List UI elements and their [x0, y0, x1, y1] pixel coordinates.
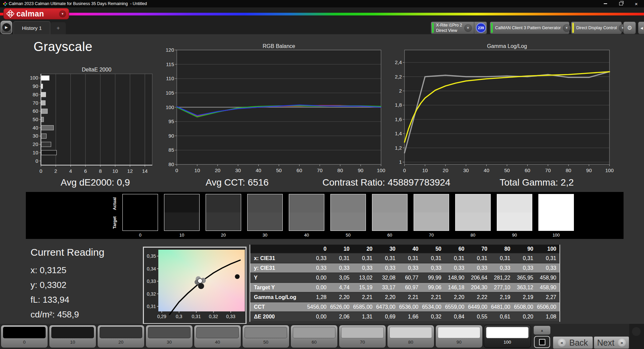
table-cell: 13,02 [353, 273, 376, 282]
table-cell: 4,74 [330, 283, 353, 292]
svg-text:0,34: 0,34 [147, 266, 156, 271]
patch-button-50[interactable]: 50 [242, 325, 289, 348]
table-row: Gamma Log/Log1,282,202,212,202,212,212,2… [250, 293, 559, 302]
strip-swatch-label: 90 [512, 233, 517, 238]
cie-chromaticity-chart: 0,350,340,330,320,310,290,30,310,320,33 [143, 247, 247, 324]
actual-half [455, 194, 490, 212]
restore-button[interactable] [613, 0, 629, 7]
layout-expander-button[interactable]: ▶ [1, 21, 12, 34]
patch-button-0[interactable]: 0 [1, 325, 48, 348]
svg-text:0: 0 [40, 168, 42, 174]
display-control-label: Direct Display Control [576, 25, 617, 31]
close-button[interactable]: × [629, 0, 644, 7]
target-half [164, 212, 199, 231]
svg-text:1: 1 [399, 159, 402, 165]
table-row: y: CIE310,330,330,330,330,330,330,330,33… [250, 263, 559, 273]
table-cell: 6473,00 [376, 302, 399, 311]
svg-text:0: 0 [36, 158, 38, 164]
patch-button-100[interactable]: 100 [484, 325, 531, 348]
svg-text:1,4: 1,4 [395, 131, 402, 136]
svg-text:0,35: 0,35 [147, 253, 156, 259]
strip-swatch-label: 80 [471, 233, 475, 238]
table-cell: 0,20 [514, 312, 537, 321]
table-row-label: x: CIE31 [250, 254, 307, 263]
patch-button-60[interactable]: 60 [290, 325, 338, 348]
patch-label: 100 [503, 340, 511, 345]
window-level-button[interactable] [534, 336, 550, 348]
table-cell: 0,33 [353, 263, 376, 272]
add-tab-button[interactable]: + [51, 22, 66, 34]
meter-chevron-down-icon[interactable]: ▼ [464, 24, 472, 32]
target-half [123, 212, 158, 231]
patch-button-90[interactable]: 90 [435, 325, 483, 348]
patch-button-10[interactable]: 10 [49, 325, 96, 348]
table-cell: 0,33 [307, 254, 330, 263]
meter-count-badge[interactable]: 239 [476, 23, 486, 33]
patch-button-20[interactable]: 20 [97, 325, 145, 348]
calman-menu-button[interactable]: calman ▼ [3, 8, 69, 19]
display-control-dropdown[interactable]: Direct Display Control ▼ [571, 21, 622, 34]
table-header-cell: 0 [307, 245, 330, 253]
target-half [539, 212, 574, 231]
divider [474, 22, 474, 34]
reading-fl: fL: 133,94 [31, 295, 69, 305]
minimize-button[interactable] [598, 0, 613, 7]
back-button[interactable]: « Back [553, 336, 593, 349]
table-row: Target Y0,004,7415,1933,1760,9799,06146,… [250, 283, 559, 293]
target-half [206, 212, 241, 231]
settings-button[interactable]: ⚙ [623, 21, 636, 34]
generator-chevron-down-icon[interactable]: ▼ [563, 24, 571, 32]
inactive-button-icon [632, 327, 641, 336]
table-row: x: CIE310,330,310,310,310,310,310,310,31… [250, 254, 559, 263]
table-header-cell: 40 [398, 245, 422, 253]
table-cell: 6449,00 [468, 302, 491, 311]
reading-x: x: 0,3125 [31, 265, 66, 276]
patch-button-40[interactable]: 40 [194, 325, 241, 348]
target-half [455, 212, 490, 231]
svg-text:70: 70 [33, 100, 38, 106]
next-label: Next [597, 338, 614, 348]
table-cell: 0,00 [307, 312, 330, 321]
next-button[interactable]: Next » [594, 336, 629, 349]
actual-half [248, 194, 282, 212]
patch-button-80[interactable]: 80 [387, 325, 434, 348]
strip-swatch-label: 70 [429, 233, 434, 238]
calman-chevron-down-icon[interactable]: ▼ [59, 10, 66, 17]
svg-text:0: 0 [403, 167, 406, 173]
patch-label: 20 [118, 340, 123, 345]
window-title: Calman 2023 Calman Ultimate for Business… [9, 1, 147, 6]
svg-text:40: 40 [484, 167, 489, 173]
svg-text:1,8: 1,8 [395, 102, 402, 108]
patch-button-70[interactable]: 70 [339, 325, 386, 348]
patch-button-30[interactable]: 30 [146, 325, 193, 348]
svg-text:20: 20 [215, 167, 220, 173]
svg-text:10: 10 [33, 150, 38, 155]
patch-bar-expand-button[interactable]: ▲ [533, 326, 551, 335]
meter-dropdown[interactable]: X-Rite i1Pro 2 Direct View ▼ 239 [431, 21, 487, 34]
table-cell: 458,90 [536, 283, 559, 292]
table-cell: 0,00 [307, 283, 330, 292]
actual-half [497, 194, 532, 212]
tab-history-1[interactable]: History 1 [13, 21, 50, 34]
target-half [497, 212, 532, 231]
svg-text:80: 80 [337, 167, 343, 173]
rgb-balance-chart: 1201151101051009590858001020304050607080… [165, 44, 389, 176]
strip-swatch-100: 100 [538, 194, 574, 238]
table-cell: 363,12 [514, 283, 537, 292]
table-cell: 0,00 [307, 273, 330, 282]
collapse-toolbar-button[interactable]: ◀ [638, 21, 644, 34]
rainbow-strip [0, 13, 644, 15]
table-cell: 281,22 [490, 273, 514, 282]
patch-label: 40 [215, 340, 220, 345]
calman-logo-icon [6, 10, 14, 18]
table-header-cell: 60 [444, 245, 468, 253]
svg-text:30: 30 [33, 133, 38, 139]
table-header-cell: 30 [376, 245, 399, 253]
table-header-cell: 100 [536, 245, 559, 253]
deltae-bar-chart: 024681012141009080706050403020100 [30, 66, 158, 174]
measurement-table: 0102030405060708090100x: CIE310,330,310,… [250, 245, 560, 322]
pattern-generator-dropdown[interactable]: CalMAN Client 3 Pattern Generator ▼ [490, 21, 570, 34]
actual-half [206, 194, 241, 212]
table-cell: 0,33 [444, 263, 468, 272]
page-title: Grayscale [34, 40, 93, 54]
